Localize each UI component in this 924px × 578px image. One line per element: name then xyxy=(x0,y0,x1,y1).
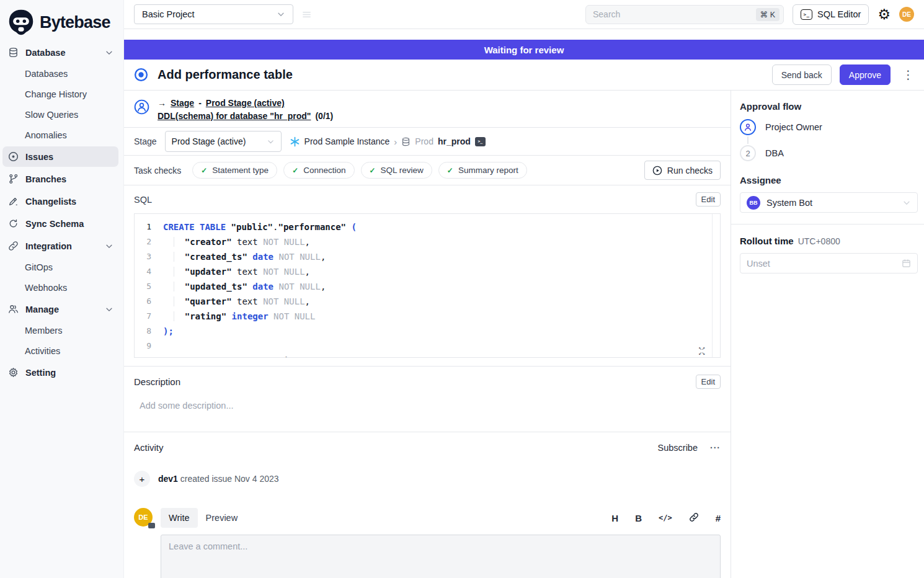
branch-icon xyxy=(7,173,19,185)
task-check-label: Statement type xyxy=(212,166,269,175)
sidebar-item-label: Database xyxy=(25,48,65,58)
rollout-time-input[interactable]: Unset xyxy=(740,253,918,273)
project-selector[interactable]: Basic Project xyxy=(134,4,293,24)
task-check-summary-report[interactable]: ✓Summary report xyxy=(438,162,527,179)
stage-select-value: Prod Stage (active) xyxy=(172,136,246,146)
sidebar-item-anomalies[interactable]: Anomalies xyxy=(2,126,118,144)
more-menu-icon[interactable]: ⋮ xyxy=(902,68,914,82)
sidebar-item-label: Integration xyxy=(25,241,72,251)
activity-more-icon[interactable]: ··· xyxy=(710,443,721,453)
tab-write[interactable]: Write xyxy=(161,508,198,528)
sidebar-item-setting[interactable]: Setting xyxy=(2,362,118,383)
instance-link[interactable]: Prod Sample Instance xyxy=(304,136,390,146)
sql-code-line: 8); xyxy=(135,324,720,339)
bold-icon[interactable]: B xyxy=(635,513,642,523)
description-edit-button[interactable]: Edit xyxy=(696,375,721,389)
composer-tabs: Write Preview H B </> xyxy=(161,508,721,528)
description-placeholder[interactable]: Add some description... xyxy=(140,401,721,411)
task-progress: (0/1) xyxy=(315,111,333,121)
send-back-button[interactable]: Send back xyxy=(772,64,832,85)
snowflake-icon xyxy=(290,136,300,147)
sql-code-line: 3 "created_ts" date NOT NULL, xyxy=(135,249,720,264)
brand-name: Bytebase xyxy=(40,13,110,32)
task-link[interactable]: DDL(schema) for database "hr_prod" xyxy=(158,111,311,121)
approval-step-2-label: DBA xyxy=(765,148,784,158)
event-actor: dev1 xyxy=(158,474,178,484)
sidebar-item-databases[interactable]: Databases xyxy=(2,64,118,83)
task-check-connection[interactable]: ✓Connection xyxy=(283,162,354,179)
sidebar-item-sync-schema[interactable]: Sync Schema xyxy=(2,213,118,234)
sidebar-item-manage[interactable]: Manage xyxy=(2,299,118,319)
assignee-person-icon xyxy=(134,99,149,115)
approval-step-1: Project Owner xyxy=(740,119,918,135)
sidebar-item-webhooks[interactable]: Webhooks xyxy=(2,278,118,297)
approve-button[interactable]: Approve xyxy=(840,64,891,85)
sidebar-item-issues[interactable]: Issues xyxy=(2,146,118,167)
chevron-down-icon xyxy=(902,198,911,207)
fullscreen-expand-icon[interactable]: ↖↗↙↘ xyxy=(698,345,705,355)
sidebar-item-branches[interactable]: Branches xyxy=(2,169,118,189)
stage-link[interactable]: Stage xyxy=(171,98,194,108)
comment-composer: DE Write Preview H B </> xyxy=(134,508,721,578)
task-check-sql-review[interactable]: ✓SQL review xyxy=(361,162,432,179)
line-number: 7 xyxy=(135,309,163,324)
sidebar-item-label: Manage xyxy=(25,305,59,314)
assignee-select[interactable]: BB System Bot xyxy=(740,192,918,213)
stage-name-link[interactable]: Prod Stage (active) xyxy=(206,98,285,108)
search-box[interactable]: ⌘ K xyxy=(585,5,784,24)
sidebar-item-label: Webhooks xyxy=(25,283,67,293)
approval-step-1-label: Project Owner xyxy=(765,122,822,132)
search-input[interactable] xyxy=(593,9,756,19)
open-in-sql-editor-icon[interactable]: >_ xyxy=(475,137,486,146)
settings-gear-icon[interactable]: ⚙ xyxy=(877,7,891,22)
sidebar-item-integration[interactable]: Integration xyxy=(2,236,118,256)
sidebar-item-activities[interactable]: Activities xyxy=(2,342,118,360)
hash-icon[interactable]: # xyxy=(716,513,721,523)
sidebar-item-members[interactable]: Members xyxy=(2,321,118,340)
sql-editor-button[interactable]: >_ SQL Editor xyxy=(793,4,869,25)
sidebar-item-label: Issues xyxy=(25,152,53,162)
sidebar-item-gitops[interactable]: GitOps xyxy=(2,258,118,277)
sql-code-line: 1CREATE TABLE "public"."performance" ( xyxy=(135,220,720,234)
current-approver-icon xyxy=(740,119,756,135)
approval-flow: Project Owner 2 DBA xyxy=(740,119,918,161)
database-link[interactable]: hr_prod xyxy=(438,136,471,146)
topbar: Basic Project ⌘ K >_ SQL Editor ⚙ DE xyxy=(124,0,924,29)
link-icon[interactable] xyxy=(689,512,699,524)
sidebar-item-label: Slow Queries xyxy=(25,110,78,120)
sql-edit-button[interactable]: Edit xyxy=(696,192,721,207)
editor-scrollbar[interactable] xyxy=(712,214,720,357)
bot-avatar: BB xyxy=(747,196,760,210)
sql-editor[interactable]: 1CREATE TABLE "public"."performance" (2 … xyxy=(134,213,721,358)
sidebar-item-changelists[interactable]: Changelists xyxy=(2,191,118,211)
heading-icon[interactable]: H xyxy=(611,513,618,523)
brand-logo[interactable]: Bytebase xyxy=(0,0,123,42)
sidebar-item-database[interactable]: Database xyxy=(2,42,118,63)
user-avatar[interactable]: DE xyxy=(899,7,914,22)
check-icon: ✓ xyxy=(370,166,376,175)
chevron-down-icon xyxy=(277,10,285,19)
sidebar-item-slow-queries[interactable]: Slow Queries xyxy=(2,105,118,124)
subscribe-button[interactable]: Subscribe xyxy=(658,443,698,453)
status-banner: Waiting for review xyxy=(124,40,924,60)
plus-icon: + xyxy=(134,471,150,487)
activity-section: Activity Subscribe ··· + dev1 created is… xyxy=(124,432,731,578)
comment-input[interactable] xyxy=(161,535,721,578)
task-check-statement-type[interactable]: ✓Statement type xyxy=(192,162,277,179)
activity-event: + dev1 created issue Nov 4 2023 xyxy=(134,471,721,487)
tab-preview[interactable]: Preview xyxy=(198,508,246,528)
database-icon xyxy=(401,137,411,146)
sidebar-item-change-history[interactable]: Change History xyxy=(2,85,118,104)
sql-code-line: 5 "updated_ts" date NOT NULL, xyxy=(135,279,720,294)
sql-code-line: 9 xyxy=(135,339,720,353)
chevron-down-icon xyxy=(105,48,113,57)
search-shortcut-badge: ⌘ K xyxy=(756,8,780,21)
project-selector-value: Basic Project xyxy=(142,9,195,19)
task-checks-label: Task checks xyxy=(134,166,181,176)
line-number: 9 xyxy=(135,339,163,353)
code-icon[interactable]: </> xyxy=(659,514,672,522)
stage-select[interactable]: Prod Stage (active) xyxy=(165,131,282,152)
activity-label: Activity xyxy=(134,442,164,453)
run-checks-button[interactable]: Run checks xyxy=(644,161,721,180)
sidebar-toggle-icon[interactable] xyxy=(302,10,311,19)
